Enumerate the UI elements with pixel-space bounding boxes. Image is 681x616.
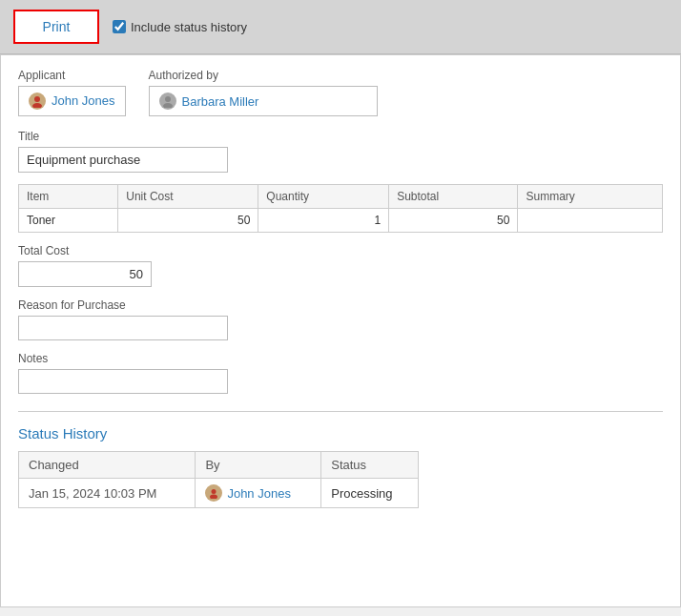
- total-cost-section: Total Cost 50: [18, 244, 663, 287]
- title-section: Title: [18, 130, 663, 173]
- reason-label: Reason for Purchase: [18, 298, 663, 312]
- authorized-avatar: [159, 92, 176, 110]
- notes-section: Notes: [18, 352, 663, 394]
- applicant-label: Applicant: [18, 69, 126, 82]
- col-status: Status: [321, 452, 419, 479]
- total-cost-label: Total Cost: [18, 244, 663, 257]
- status-history-section: Status History Changed By Status Jan 15,…: [18, 425, 663, 508]
- authorized-box[interactable]: Barbara Miller: [149, 86, 378, 116]
- table-row: Toner 50 1 50: [19, 209, 663, 233]
- section-divider: [18, 411, 663, 412]
- col-quantity: Quantity: [258, 185, 389, 209]
- svg-point-5: [210, 495, 217, 500]
- cell-quantity: 1: [258, 209, 389, 233]
- applicant-name: John Jones: [52, 93, 115, 110]
- cell-changed: Jan 15, 2024 10:03 PM: [19, 479, 196, 508]
- list-item: Jan 15, 2024 10:03 PM John Jones Process…: [19, 479, 419, 508]
- reason-input[interactable]: [18, 316, 228, 340]
- toolbar: Print Include status history: [0, 0, 681, 54]
- notes-input[interactable]: [18, 369, 228, 394]
- include-history-checkbox[interactable]: [113, 20, 126, 33]
- svg-point-3: [163, 103, 173, 108]
- cell-subtotal: 50: [389, 209, 518, 233]
- include-history-label[interactable]: Include status history: [113, 20, 247, 34]
- cell-by: John Jones: [196, 479, 321, 508]
- items-table: Item Unit Cost Quantity Subtotal Summary…: [18, 184, 663, 233]
- svg-point-1: [32, 103, 42, 108]
- svg-point-2: [165, 96, 171, 102]
- authorized-label: Authorized by: [149, 69, 378, 82]
- col-by: By: [196, 452, 321, 479]
- history-table: Changed By Status Jan 15, 2024 10:03 PM …: [18, 451, 419, 508]
- applicant-box[interactable]: John Jones: [18, 86, 126, 116]
- title-input[interactable]: [18, 147, 228, 173]
- svg-point-0: [34, 96, 40, 102]
- items-table-header: Item Unit Cost Quantity Subtotal Summary: [19, 185, 663, 209]
- authorized-name: Barbara Miller: [182, 94, 259, 109]
- status-history-title: Status History: [18, 425, 663, 441]
- svg-point-4: [212, 489, 217, 494]
- cell-unit-cost: 50: [118, 209, 258, 233]
- history-table-header: Changed By Status: [19, 452, 419, 479]
- col-unit-cost: Unit Cost: [118, 185, 258, 209]
- cell-item: Toner: [19, 209, 118, 233]
- applicant-field: Applicant John Jones: [18, 69, 126, 116]
- by-name: John Jones: [227, 486, 291, 501]
- title-label: Title: [18, 130, 663, 143]
- col-subtotal: Subtotal: [389, 185, 518, 209]
- cell-summary: [518, 209, 663, 233]
- reason-section: Reason for Purchase: [18, 298, 663, 340]
- applicant-row: Applicant John Jones Authorized by: [18, 69, 663, 116]
- total-cost-value: 50: [18, 261, 152, 287]
- main-content: Applicant John Jones Authorized by: [0, 54, 681, 607]
- col-changed: Changed: [19, 452, 196, 479]
- by-avatar: [205, 484, 222, 502]
- col-summary: Summary: [518, 185, 663, 209]
- notes-label: Notes: [18, 352, 663, 365]
- print-button[interactable]: Print: [13, 10, 99, 44]
- person-icon: [31, 94, 44, 108]
- include-history-text: Include status history: [131, 20, 247, 34]
- authorized-field: Authorized by Barbara Miller: [149, 69, 378, 116]
- cell-status: Processing: [321, 479, 419, 508]
- applicant-avatar: [29, 92, 46, 110]
- person-icon-auth: [161, 94, 175, 108]
- col-item: Item: [19, 185, 118, 209]
